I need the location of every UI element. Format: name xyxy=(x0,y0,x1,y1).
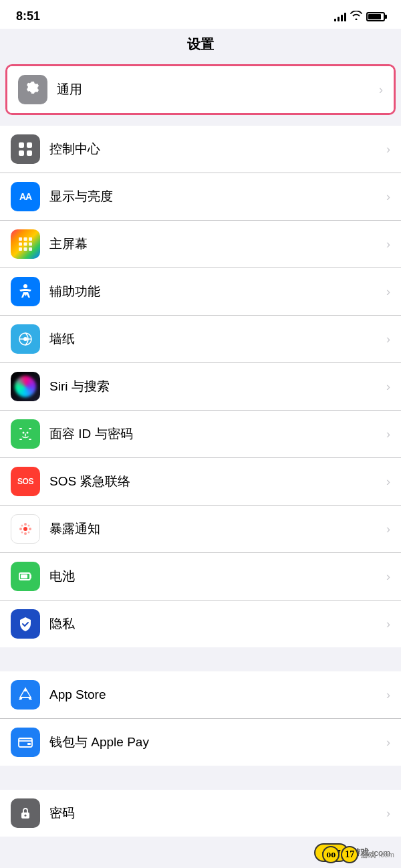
appstore-icon xyxy=(11,680,40,710)
svg-rect-16 xyxy=(19,428,22,429)
privacy-chevron: › xyxy=(386,617,390,631)
settings-item-general[interactable]: 通用 › xyxy=(7,66,394,113)
svg-rect-17 xyxy=(29,428,31,429)
svg-rect-1 xyxy=(27,142,32,148)
svg-rect-19 xyxy=(29,439,31,440)
settings-item-accessibility[interactable]: 辅助功能 › xyxy=(0,268,401,316)
svg-rect-2 xyxy=(19,150,24,156)
wifi-icon xyxy=(350,11,362,22)
homescreen-chevron: › xyxy=(386,237,390,251)
exposure-label: 暴露通知 xyxy=(49,520,381,538)
exposure-chevron: › xyxy=(386,522,390,536)
general-label: 通用 xyxy=(57,81,374,98)
svg-point-27 xyxy=(21,525,23,527)
display-label: 显示与亮度 xyxy=(49,188,381,205)
svg-point-25 xyxy=(24,523,27,526)
privacy-label: 隐私 xyxy=(49,615,381,633)
svg-point-30 xyxy=(28,532,30,534)
settings-item-homescreen[interactable]: 主屏幕 › xyxy=(0,221,401,268)
control-center-icon xyxy=(11,134,40,164)
password-chevron: › xyxy=(386,806,390,821)
settings-item-control-center[interactable]: 控制中心 › xyxy=(0,126,401,173)
svg-point-28 xyxy=(28,525,30,527)
svg-rect-3 xyxy=(27,150,32,156)
accessibility-label: 辅助功能 xyxy=(49,283,381,300)
svg-point-26 xyxy=(24,532,27,535)
svg-rect-32 xyxy=(21,574,27,578)
appstore-chevron: › xyxy=(386,688,390,702)
exposure-icon xyxy=(11,514,40,544)
privacy-icon xyxy=(11,609,40,639)
sos-chevron: › xyxy=(386,475,390,489)
general-section-highlighted: 通用 › xyxy=(5,64,396,115)
accessibility-icon xyxy=(11,277,40,306)
status-icons xyxy=(334,11,385,22)
page-title: 设置 xyxy=(0,29,401,63)
settings-item-display[interactable]: AA 显示与亮度 › xyxy=(0,173,401,221)
sos-label: SOS 紧急联络 xyxy=(49,473,381,490)
svg-point-23 xyxy=(19,528,22,530)
wallet-icon xyxy=(11,728,40,757)
settings-item-privacy[interactable]: 隐私 › xyxy=(0,601,401,647)
password-section: 密码 › oo 17 游戏 .com xyxy=(0,790,401,837)
svg-rect-18 xyxy=(19,439,22,440)
control-center-chevron: › xyxy=(386,142,390,156)
section-gap-2 xyxy=(0,766,401,790)
siri-chevron: › xyxy=(386,380,390,394)
password-label: 密码 xyxy=(49,804,381,822)
battery-chevron: › xyxy=(386,570,390,584)
svg-rect-9 xyxy=(29,243,32,246)
homescreen-icon xyxy=(11,229,40,259)
display-chevron: › xyxy=(386,190,390,204)
wallpaper-icon xyxy=(11,324,40,354)
settings-item-wallpaper[interactable]: 墙纸 › xyxy=(0,316,401,363)
watermark: oo 17 游戏 .com xyxy=(322,846,394,863)
signal-icon xyxy=(334,12,346,21)
store-section: App Store › 钱包与 Apple Pay › xyxy=(0,671,401,766)
settings-item-battery[interactable]: 电池 › xyxy=(0,553,401,601)
wallet-chevron: › xyxy=(386,736,390,750)
svg-point-13 xyxy=(23,284,27,288)
svg-rect-11 xyxy=(24,247,27,251)
faceid-icon xyxy=(11,419,40,449)
svg-point-29 xyxy=(21,532,23,534)
status-bar: 8:51 xyxy=(0,0,401,29)
settings-item-wallet[interactable]: 钱包与 Apple Pay › xyxy=(0,719,401,766)
svg-rect-12 xyxy=(29,247,32,251)
siri-icon xyxy=(11,372,40,401)
svg-point-21 xyxy=(27,432,29,434)
siri-label: Siri 与搜索 xyxy=(49,378,381,395)
general-chevron: › xyxy=(379,83,383,97)
faceid-label: 面容 ID 与密码 xyxy=(49,425,381,443)
settings-item-sos[interactable]: SOS SOS 紧急联络 › xyxy=(0,458,401,506)
svg-rect-8 xyxy=(24,243,27,246)
svg-rect-0 xyxy=(19,142,24,148)
svg-rect-7 xyxy=(19,243,22,246)
main-settings-section: 控制中心 › AA 显示与亮度 › 主屏幕 › xyxy=(0,126,401,647)
svg-point-22 xyxy=(23,527,27,531)
svg-rect-4 xyxy=(19,237,22,241)
svg-point-15 xyxy=(23,337,27,341)
section-gap-1 xyxy=(0,647,401,671)
display-icon: AA xyxy=(11,182,40,211)
battery-icon xyxy=(366,12,385,21)
faceid-chevron: › xyxy=(386,427,390,441)
status-time: 8:51 xyxy=(16,9,40,23)
svg-point-20 xyxy=(23,432,25,434)
appstore-label: App Store xyxy=(49,687,381,702)
svg-point-36 xyxy=(25,815,27,817)
svg-point-24 xyxy=(29,528,31,530)
battery-settings-icon xyxy=(11,562,40,591)
gear-icon xyxy=(18,75,47,104)
settings-item-faceid[interactable]: 面容 ID 与密码 › xyxy=(0,411,401,458)
control-center-label: 控制中心 xyxy=(49,140,381,158)
settings-item-siri[interactable]: Siri 与搜索 › xyxy=(0,363,401,411)
settings-item-appstore[interactable]: App Store › xyxy=(0,671,401,719)
svg-rect-6 xyxy=(29,237,32,241)
settings-item-password[interactable]: 密码 › xyxy=(0,790,401,837)
svg-rect-5 xyxy=(24,237,27,241)
settings-item-exposure[interactable]: 暴露通知 › xyxy=(0,506,401,553)
wallpaper-label: 墙纸 xyxy=(49,330,381,348)
password-icon xyxy=(11,798,40,828)
battery-label: 电池 xyxy=(49,568,381,585)
